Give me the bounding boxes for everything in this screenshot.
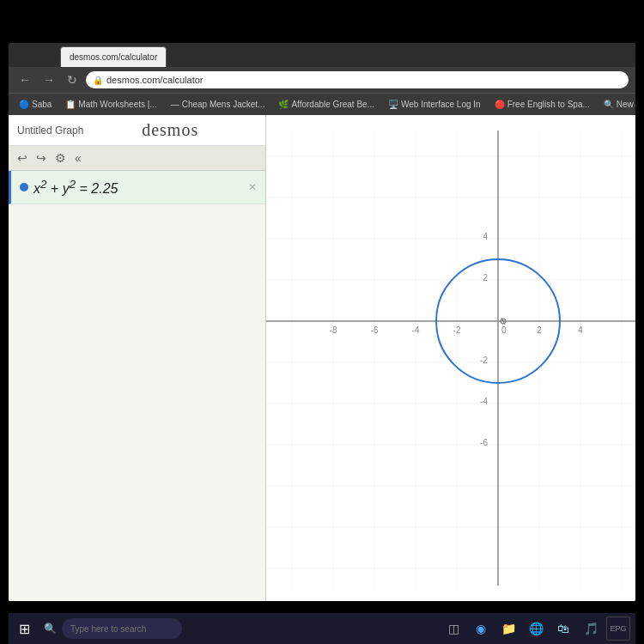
bookmark-saba-label: Saba [32, 100, 52, 109]
bookmark-spanish-icon: 🔴 [495, 100, 505, 109]
bookmark-affordable-icon: 🌿 [278, 100, 289, 109]
bookmark-spanish[interactable]: 🔴 Free English to Spa... [489, 98, 595, 111]
svg-text:-4: -4 [412, 325, 420, 335]
taskbar-icons: ◫ ◉ 📁 🌐 🛍 🎵 EPG [441, 617, 630, 641]
collapse-icon[interactable]: « [73, 149, 83, 167]
task-view-button[interactable]: ◫ [441, 617, 465, 641]
svg-text:-2: -2 [453, 325, 461, 335]
calc-header: Untitled Graph desmos [9, 115, 265, 146]
bookmarks-bar: 🔵 Saba 📋 Math Worksheets |... — Cheap Me… [9, 93, 635, 115]
expression-item[interactable]: x2 + y2 = 2.25 ✕ [9, 171, 265, 204]
media-icon[interactable]: 🎵 [579, 617, 603, 641]
svg-rect-0 [266, 131, 635, 586]
bookmark-math[interactable]: 📋 Math Worksheets |... [60, 98, 161, 111]
active-tab[interactable]: desmos.com/calculator [60, 46, 167, 67]
reload-button[interactable]: ↻ [64, 71, 81, 88]
undo-icon[interactable]: ↩ [15, 149, 29, 167]
svg-text:4: 4 [578, 325, 583, 335]
game-icon[interactable]: EPG [606, 617, 630, 641]
bookmark-newtab[interactable]: 🔍 New Tab S... [598, 98, 635, 111]
lock-icon: 🔒 [93, 76, 103, 85]
bookmark-affordable-label: Affordable Great Be... [291, 100, 374, 109]
svg-text:4: 4 [483, 232, 488, 241]
url-bar[interactable]: 🔒 desmos.com/calculator [86, 71, 629, 88]
bookmark-webinterface[interactable]: 🖥️ Web Interface Log In [383, 98, 486, 111]
cortana-icon[interactable]: ◉ [469, 617, 493, 641]
graph-svg: -2 -4 -6 -8 2 4 2 4 -2 -4 -6 0 [266, 115, 635, 601]
bookmark-spanish-label: Free English to Spa... [507, 100, 590, 109]
expr-close-button[interactable]: ✕ [248, 181, 257, 193]
file-explorer-icon[interactable]: 📁 [496, 617, 520, 641]
browser-window: desmos.com/calculator ← → ↻ 🔒 desmos.com… [9, 43, 635, 601]
bookmark-cheap[interactable]: — Cheap Mens Jacket... [166, 98, 270, 111]
browser-icon[interactable]: 🌐 [524, 617, 548, 641]
svg-text:2: 2 [483, 273, 488, 283]
calc-toolbar: ↩ ↪ ⚙ « [9, 146, 265, 171]
bookmark-saba-icon: 🔵 [19, 100, 29, 109]
redo-icon[interactable]: ↪ [34, 149, 48, 167]
expr-color-dot [20, 183, 28, 191]
search-icon: 🔍 [44, 623, 57, 635]
address-bar: ← → ↻ 🔒 desmos.com/calculator [9, 67, 635, 93]
svg-text:-2: -2 [480, 355, 488, 365]
svg-text:0: 0 [501, 325, 507, 335]
svg-text:2: 2 [537, 325, 542, 335]
bookmark-affordable[interactable]: 🌿 Affordable Great Be... [273, 98, 380, 111]
bookmark-webinterface-label: Web Interface Log In [401, 100, 481, 109]
main-content: Untitled Graph desmos ↩ ↪ ⚙ « x2 + y2 = … [9, 115, 635, 601]
tab-bar: desmos.com/calculator [9, 43, 635, 67]
settings-icon[interactable]: ⚙ [53, 149, 68, 167]
taskbar-center: 🔍 [44, 618, 182, 639]
taskbar-search-input[interactable] [62, 618, 182, 639]
desmos-logo: desmos [83, 120, 257, 140]
store-icon[interactable]: 🛍 [551, 617, 575, 641]
bookmark-newtab-icon: 🔍 [604, 100, 614, 109]
svg-text:-4: -4 [480, 397, 488, 406]
taskbar: ⊞ 🔍 ◫ ◉ 📁 🌐 🛍 🎵 EPG [9, 613, 635, 644]
bookmark-math-label: Math Worksheets |... [78, 100, 156, 109]
calc-sidebar: Untitled Graph desmos ↩ ↪ ⚙ « x2 + y2 = … [9, 115, 266, 601]
bookmark-cheap-icon: — [171, 100, 179, 109]
url-text: desmos.com/calculator [106, 75, 204, 85]
back-button[interactable]: ← [15, 71, 34, 88]
expression-formula: x2 + y2 = 2.25 [33, 178, 243, 197]
bookmark-math-icon: 📋 [65, 100, 76, 109]
graph-area[interactable]: -2 -4 -6 -8 2 4 2 4 -2 -4 -6 0 [266, 115, 635, 601]
svg-text:-8: -8 [330, 325, 337, 335]
bookmark-saba[interactable]: 🔵 Saba [14, 98, 57, 111]
svg-text:-6: -6 [371, 325, 379, 335]
bookmark-webinterface-icon: 🖥️ [388, 100, 398, 109]
active-tab-label: desmos.com/calculator [70, 52, 157, 62]
bookmark-cheap-label: Cheap Mens Jacket... [182, 100, 265, 109]
graph-title: Untitled Graph [17, 125, 83, 137]
start-button[interactable]: ⊞ [14, 619, 35, 639]
bookmark-newtab-label: New Tab S... [617, 100, 635, 109]
forward-button[interactable]: → [39, 71, 58, 88]
svg-text:-6: -6 [480, 438, 488, 447]
